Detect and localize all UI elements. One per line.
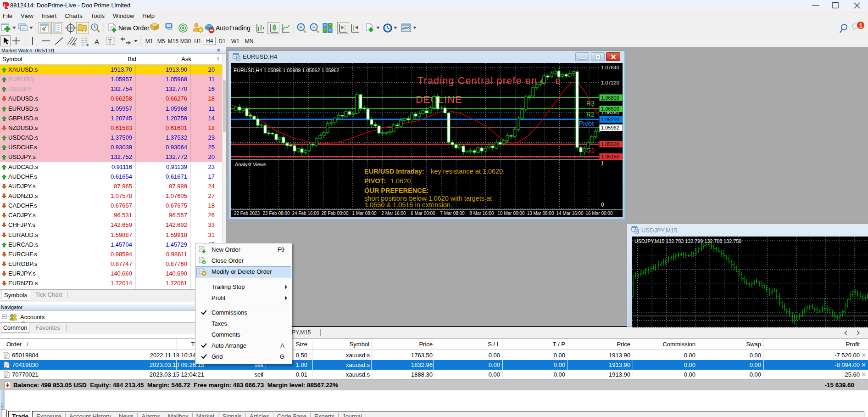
svg-text:28 Feb 00:00: 28 Feb 00:00 bbox=[322, 211, 349, 216]
svg-text:1.07220: 1.07220 bbox=[601, 80, 619, 85]
svg-text:key resistance at 1.0620.: key resistance at 1.0620. bbox=[431, 168, 505, 175]
svg-text:.Analyst Views: .Analyst Views bbox=[234, 162, 267, 167]
svg-text:R2: R2 bbox=[586, 111, 595, 118]
svg-text:1.05150: 1.05150 bbox=[601, 154, 619, 159]
svg-text:6 Mar 00:00: 6 Mar 00:00 bbox=[411, 211, 435, 216]
svg-text:New Order: New Order bbox=[118, 24, 150, 32]
svg-text:2 Mar 16:00: 2 Mar 16:00 bbox=[381, 211, 406, 216]
svg-text:22 Feb 2023: 22 Feb 2023 bbox=[234, 211, 260, 216]
svg-text:OUR PREFERENCE:: OUR PREFERENCE: bbox=[364, 187, 428, 194]
svg-text:Pivot: Pivot bbox=[579, 119, 594, 127]
svg-text:23 Feb 08:00: 23 Feb 08:00 bbox=[263, 211, 290, 216]
svg-text:1.05962: 1.05962 bbox=[601, 125, 619, 130]
svg-text:1: 1 bbox=[859, 23, 862, 29]
svg-text:e: e bbox=[555, 75, 561, 86]
svg-text:A: A bbox=[95, 38, 99, 45]
svg-text:1: 1 bbox=[601, 160, 604, 167]
svg-text:E: E bbox=[73, 42, 76, 46]
svg-text:T: T bbox=[108, 39, 112, 45]
svg-text:14 Mar 16:00: 14 Mar 16:00 bbox=[556, 211, 584, 216]
svg-text:EUR/USD Intraday:: EUR/USD Intraday: bbox=[364, 168, 424, 175]
svg-text:1.06800: 1.06800 bbox=[601, 95, 619, 101]
svg-text:AutoTrading: AutoTrading bbox=[216, 24, 250, 32]
svg-text:0: 0 bbox=[601, 202, 604, 208]
svg-text:7 Mar 08:00: 7 Mar 08:00 bbox=[440, 211, 465, 216]
svg-text:Trading Central prefe en e: Trading Central prefe en e bbox=[417, 75, 546, 86]
svg-text:EURUSD,H4 1.05896 1.05989 1.0: EURUSD,H4 1.05896 1.05989 1.05862 1.0596… bbox=[234, 68, 339, 73]
svg-text:8 Mar 16:00: 8 Mar 16:00 bbox=[469, 211, 494, 216]
svg-text:F: F bbox=[87, 43, 89, 47]
svg-text:1 Mar 08:00: 1 Mar 08:00 bbox=[352, 211, 377, 216]
svg-text:USDJPY,M15 132.783 132.799 13: USDJPY,M15 132.783 132.799 132.708 132.7… bbox=[634, 238, 741, 244]
svg-text:1.0550 & 1.0515 in extension.: 1.0550 & 1.0515 in extension. bbox=[364, 201, 452, 208]
svg-text:1.06500: 1.06500 bbox=[601, 106, 619, 112]
svg-text:16 Mar 00:00: 16 Mar 00:00 bbox=[586, 211, 613, 216]
svg-text:R3: R3 bbox=[586, 100, 595, 107]
svg-text:1.05500: 1.05500 bbox=[601, 141, 619, 147]
svg-text:13 Mar 08:00: 13 Mar 08:00 bbox=[527, 211, 554, 216]
svg-text:10 Mar 00:00: 10 Mar 00:00 bbox=[498, 211, 525, 216]
svg-text:1.07640: 1.07640 bbox=[601, 65, 619, 70]
svg-text:PIVOT:: PIVOT: bbox=[364, 177, 386, 185]
svg-text:24 Feb 16:00: 24 Feb 16:00 bbox=[292, 211, 319, 216]
svg-text:1.0620: 1.0620 bbox=[390, 177, 411, 185]
svg-text:1.06200: 1.06200 bbox=[601, 117, 619, 122]
